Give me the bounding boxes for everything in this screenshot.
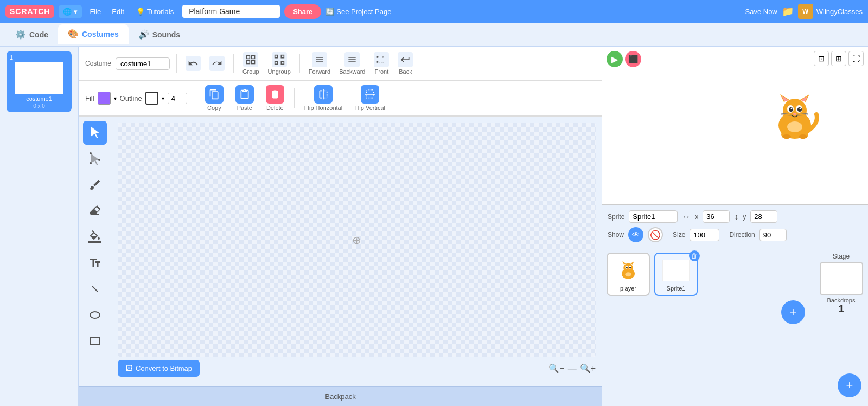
sprites-list-area: player 🗑 Sprite1 +	[602, 248, 814, 406]
sprite-name-input[interactable]	[629, 210, 678, 223]
sprite-card-sprite1[interactable]: 🗑 Sprite1	[654, 253, 698, 296]
flip-horizontal-icon-box	[314, 85, 333, 104]
language-button[interactable]: 🌐 ▾	[59, 5, 82, 18]
group-button[interactable]: Group	[240, 50, 261, 77]
sound-icon: 🔊	[138, 29, 149, 40]
svg-point-33	[782, 134, 791, 139]
canvas-crosshair: ⊕	[352, 234, 361, 247]
scratch-logo[interactable]: SCRATCH	[5, 5, 54, 18]
save-now-button[interactable]: Save Now	[745, 8, 777, 16]
flip-vertical-label: Flip Vertical	[354, 105, 385, 111]
tab-sounds[interactable]: 🔊 Sounds	[129, 25, 190, 44]
svg-point-10	[90, 162, 92, 164]
front-button[interactable]: Front	[372, 50, 391, 77]
line-tool[interactable]	[83, 277, 107, 301]
lightbulb-icon: 💡	[136, 8, 145, 16]
forward-button[interactable]: Forward	[307, 50, 333, 77]
edit-menu-button[interactable]: Edit	[108, 5, 127, 18]
back-label: Back	[399, 68, 412, 75]
show-sprite-button[interactable]: 👁	[628, 227, 643, 242]
ellipse-tool[interactable]	[83, 303, 107, 327]
undo-icon	[186, 56, 201, 71]
delete-icon-box	[266, 85, 284, 104]
convert-to-bitmap-button[interactable]: 🖼 Convert to Bitmap	[118, 360, 200, 377]
svg-point-14	[783, 99, 807, 123]
add-backdrop-button[interactable]: +	[838, 373, 861, 397]
folder-icon-button[interactable]: 📁	[782, 5, 794, 17]
flip-horizontal-label: Flip Horizontal	[304, 105, 342, 111]
zoom-out-button[interactable]: 🔍−	[548, 363, 564, 373]
copy-label: Copy	[207, 105, 221, 111]
fullscreen-button[interactable]: ⛶	[848, 51, 864, 66]
copy-button[interactable]: Copy	[203, 83, 226, 113]
outline-color-swatch[interactable]	[145, 92, 158, 105]
y-coord-input[interactable]	[750, 210, 777, 223]
player-sprite-image	[612, 257, 644, 284]
add-backdrop-area: +	[819, 315, 864, 402]
reshape-tool[interactable]	[83, 147, 107, 171]
fill-color-dropdown[interactable]: ▾	[114, 95, 117, 101]
redo-icon	[209, 56, 225, 71]
back-button[interactable]: Back	[395, 50, 415, 77]
costume-item[interactable]: 1 costume1 0 x 0	[7, 51, 72, 112]
undo-button[interactable]	[183, 54, 203, 73]
x-coord-input[interactable]	[703, 210, 730, 223]
delete-label: Delete	[266, 105, 284, 111]
text-tool[interactable]	[83, 251, 107, 275]
paste-button[interactable]: Paste	[233, 83, 256, 113]
canvas-drawing-area[interactable]: ⊕	[118, 123, 596, 357]
backpack-bar[interactable]: Backpack	[79, 386, 602, 406]
small-stage-button[interactable]: ⊡	[814, 51, 829, 66]
add-sprite-area: +	[607, 296, 809, 328]
tab-code[interactable]: ⚙️ Code	[5, 25, 58, 44]
stage-thumbnail[interactable]	[820, 262, 863, 295]
fill-color-swatch[interactable]	[98, 92, 111, 105]
editor-area: Costume	[79, 47, 602, 406]
size-input[interactable]	[690, 229, 719, 241]
see-project-button[interactable]: 🔄 See Project Page	[326, 8, 391, 16]
ungroup-label: Ungroup	[268, 68, 291, 75]
redo-button[interactable]	[207, 54, 227, 73]
delete-button[interactable]: Delete	[264, 83, 286, 113]
bottom-panel: player 🗑 Sprite1 +	[602, 248, 868, 406]
stage-view-controls: ⊡ ⊞ ⛶	[814, 51, 864, 66]
backward-button[interactable]: Backward	[337, 50, 367, 77]
green-flag-button[interactable]: ▶	[607, 51, 623, 67]
username-label: WiingyClasses	[816, 8, 863, 16]
fill-tool[interactable]	[83, 225, 107, 249]
sprite-card-player[interactable]: player	[607, 253, 650, 296]
stage-right-panel: Stage Backdrops 1 +	[814, 248, 868, 406]
direction-input[interactable]	[760, 229, 787, 241]
backward-icon	[344, 52, 360, 67]
outline-width-input[interactable]	[168, 93, 187, 104]
project-name-input[interactable]	[182, 5, 280, 18]
costume-name-field[interactable]	[116, 57, 170, 70]
divider-4	[195, 88, 195, 108]
hide-sprite-button[interactable]: 🚫	[648, 227, 663, 242]
flip-horizontal-button[interactable]: Flip Horizontal	[302, 83, 344, 113]
tab-costumes[interactable]: 🎨 Costumes	[58, 24, 129, 44]
refresh-icon: 🔄	[326, 8, 334, 16]
sprite1-delete-button[interactable]: 🗑	[689, 250, 700, 261]
file-menu-button[interactable]: File	[86, 5, 104, 18]
select-tool[interactable]	[83, 121, 107, 145]
stage-controls: ▶ ⬛	[607, 51, 641, 67]
globe-arrow: ▾	[74, 8, 78, 16]
ungroup-button[interactable]: Ungroup	[266, 50, 293, 77]
tutorials-button[interactable]: 💡 Tutorials	[132, 5, 178, 18]
flip-vertical-button[interactable]: Flip Vertical	[352, 83, 387, 113]
rectangle-tool[interactable]	[83, 329, 107, 353]
add-sprite-button[interactable]: +	[781, 300, 805, 324]
eraser-tool[interactable]	[83, 199, 107, 223]
fill-label: Fill	[85, 94, 94, 102]
costume-number: 1	[10, 54, 13, 61]
stop-button[interactable]: ⬛	[625, 51, 641, 67]
zoom-in-button[interactable]: 🔍+	[580, 363, 596, 373]
right-panel: ▶ ⬛ ⊡ ⊞ ⛶	[602, 47, 868, 406]
costume-field-label: Costume	[85, 60, 111, 67]
brush-tool[interactable]	[83, 173, 107, 197]
outline-color-dropdown[interactable]: ▾	[162, 95, 164, 101]
normal-stage-button[interactable]: ⊞	[831, 51, 846, 66]
share-button[interactable]: Share	[284, 4, 321, 19]
user-avatar[interactable]: W WiingyClasses	[798, 4, 863, 19]
